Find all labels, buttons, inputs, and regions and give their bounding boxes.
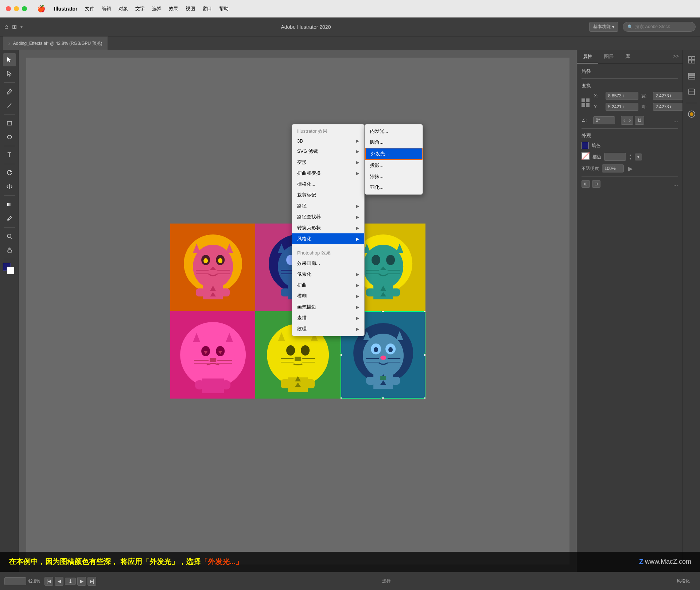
flip-horizontal-btn[interactable]: ⟺ bbox=[621, 116, 633, 125]
selection-tool[interactable] bbox=[3, 53, 16, 66]
ellipse-tool[interactable] bbox=[3, 131, 16, 144]
rectangle-tool[interactable] bbox=[3, 117, 16, 130]
align-button[interactable]: ⊞ bbox=[582, 180, 590, 188]
gradient-tool[interactable] bbox=[3, 198, 16, 211]
minimize-button[interactable] bbox=[14, 6, 19, 11]
color-guide-icon[interactable] bbox=[685, 108, 698, 121]
menu-blur[interactable]: 模糊 ▶ bbox=[292, 291, 364, 302]
eyedropper-tool[interactable] bbox=[3, 212, 16, 225]
hand-tool[interactable] bbox=[3, 244, 16, 257]
flip-vertical-btn[interactable]: ⇅ bbox=[635, 116, 644, 125]
rotate-tool[interactable] bbox=[3, 166, 16, 179]
color-swatch[interactable] bbox=[3, 263, 16, 276]
menu-distort2[interactable]: 扭曲 ▶ bbox=[292, 280, 364, 291]
menu-path-label: 路径 bbox=[297, 203, 307, 209]
library-panel-icon[interactable] bbox=[685, 85, 698, 98]
h-label: 高: bbox=[641, 104, 650, 110]
menu-distort-transform[interactable]: 扭曲和变换 ▶ bbox=[292, 168, 364, 179]
opacity-input[interactable] bbox=[602, 164, 624, 172]
workspace-button[interactable]: 基本功能 ▾ bbox=[589, 22, 618, 32]
tab-close-icon[interactable]: × bbox=[8, 42, 10, 46]
submenu-feather[interactable]: 羽化... bbox=[365, 182, 423, 193]
tab-properties[interactable]: 属性 bbox=[577, 50, 598, 63]
menu-effect[interactable]: 效果 bbox=[169, 5, 178, 12]
first-page-btn[interactable]: |◀ bbox=[44, 577, 53, 586]
zoom-tool[interactable] bbox=[3, 230, 16, 243]
menu-crop-marks[interactable]: 裁剪标记 bbox=[292, 190, 364, 201]
menu-brush-stroke[interactable]: 画笔描边 ▶ bbox=[292, 302, 364, 313]
reflect-tool[interactable] bbox=[3, 180, 16, 193]
menu-edit[interactable]: 编辑 bbox=[102, 5, 111, 12]
menu-view[interactable]: 视图 bbox=[186, 5, 195, 12]
menu-pathfinder[interactable]: 路径查找器 ▶ bbox=[292, 211, 364, 222]
menu-pixelate[interactable]: 像素化 ▶ bbox=[292, 269, 364, 280]
prev-page-btn[interactable]: ◀ bbox=[55, 577, 63, 586]
svg-point-4 bbox=[7, 135, 12, 139]
menu-sketch[interactable]: 素描 ▶ bbox=[292, 313, 364, 323]
menu-texture[interactable]: 纹理 ▶ bbox=[292, 323, 364, 334]
stock-search[interactable]: 🔍 搜索 Adobe Stock bbox=[623, 22, 696, 32]
svg-rect-122 bbox=[688, 73, 695, 75]
menu-rasterize[interactable]: 栅格化... bbox=[292, 179, 364, 190]
submenu-outer-glow[interactable]: 外发光... bbox=[365, 148, 423, 160]
type-tool[interactable]: T bbox=[3, 148, 16, 162]
direct-selection-tool[interactable] bbox=[3, 67, 16, 80]
y-input[interactable] bbox=[606, 103, 638, 111]
tab-layers[interactable]: 图层 bbox=[598, 50, 619, 63]
menu-gallery[interactable]: 效果画廊... bbox=[292, 258, 364, 269]
pen-tool[interactable] bbox=[3, 85, 16, 98]
panel-expand-icon[interactable]: >> bbox=[669, 50, 682, 63]
menu-convert-shape[interactable]: 转换为形状 ▶ bbox=[292, 222, 364, 233]
opacity-expand-icon[interactable]: ▶ bbox=[628, 165, 633, 172]
menu-window[interactable]: 窗口 bbox=[202, 5, 212, 12]
menu-select[interactable]: 选择 bbox=[152, 5, 162, 12]
menu-stylize-arrow: ▶ bbox=[356, 237, 359, 241]
last-page-btn[interactable]: ▶| bbox=[88, 577, 96, 586]
menu-svg-filter[interactable]: SVG 滤镜 ▶ bbox=[292, 146, 364, 157]
submenu-round-corners[interactable]: 圆角... bbox=[365, 137, 423, 148]
menu-type[interactable]: 文字 bbox=[135, 5, 145, 12]
fullscreen-button[interactable] bbox=[22, 6, 27, 11]
zoom-input[interactable] bbox=[4, 577, 26, 585]
svg-rect-67 bbox=[210, 358, 216, 362]
submenu-scribble[interactable]: 涂抹... bbox=[365, 171, 423, 182]
x-input[interactable] bbox=[606, 92, 638, 100]
more-options-icon[interactable]: ... bbox=[673, 117, 678, 124]
distribute-button[interactable]: ⊟ bbox=[592, 180, 600, 188]
home-icon[interactable]: ⌂ bbox=[4, 23, 8, 31]
submenu-drop-shadow[interactable]: 投影... bbox=[365, 160, 423, 171]
fill-color-swatch[interactable] bbox=[582, 142, 589, 149]
h-input[interactable] bbox=[653, 103, 682, 111]
tab-library[interactable]: 库 bbox=[619, 50, 636, 63]
stroke-swatch-display[interactable] bbox=[7, 267, 15, 275]
submenu-inner-glow[interactable]: 内发光... bbox=[365, 126, 423, 137]
menu-help[interactable]: 帮助 bbox=[219, 5, 229, 12]
layers-panel-icon[interactable] bbox=[685, 69, 698, 82]
more-bottom-icon[interactable]: ... bbox=[673, 181, 678, 187]
document-tab[interactable]: × Adding_Effects.ai* @ 42.8% (RGB/GPU 预览… bbox=[3, 36, 108, 50]
menu-stylize[interactable]: 风格化 ▶ bbox=[292, 233, 364, 244]
svg-rect-112 bbox=[391, 377, 400, 385]
right-panel-separator bbox=[686, 103, 697, 103]
section-path-label: 路径 bbox=[582, 68, 678, 75]
pencil-tool[interactable] bbox=[3, 99, 16, 112]
apple-icon[interactable]: 🍎 bbox=[37, 5, 45, 13]
close-button[interactable] bbox=[6, 6, 11, 11]
menu-file[interactable]: 文件 bbox=[85, 5, 94, 12]
menu-path[interactable]: 路径 ▶ bbox=[292, 201, 364, 211]
menu-3d-arrow: ▶ bbox=[356, 139, 359, 143]
menu-3d[interactable]: 3D ▶ bbox=[292, 136, 364, 146]
stroke-width-input[interactable] bbox=[604, 153, 626, 161]
stroke-options-btn[interactable]: ▾ bbox=[635, 154, 642, 160]
menu-object[interactable]: 对象 bbox=[118, 5, 128, 12]
layout-dropdown[interactable]: ▾ bbox=[20, 24, 23, 30]
layout-icon[interactable]: ⊞ bbox=[12, 23, 17, 30]
properties-panel-icon[interactable] bbox=[685, 53, 698, 66]
page-number-input[interactable] bbox=[65, 578, 76, 585]
menu-transform[interactable]: 变形 ▶ bbox=[292, 157, 364, 168]
w-input[interactable] bbox=[653, 92, 682, 100]
stroke-arrows[interactable]: ▲ ▼ bbox=[629, 154, 632, 160]
angle-input[interactable] bbox=[593, 116, 615, 124]
next-page-btn[interactable]: ▶ bbox=[77, 577, 86, 586]
svg-line-8 bbox=[11, 237, 12, 239]
